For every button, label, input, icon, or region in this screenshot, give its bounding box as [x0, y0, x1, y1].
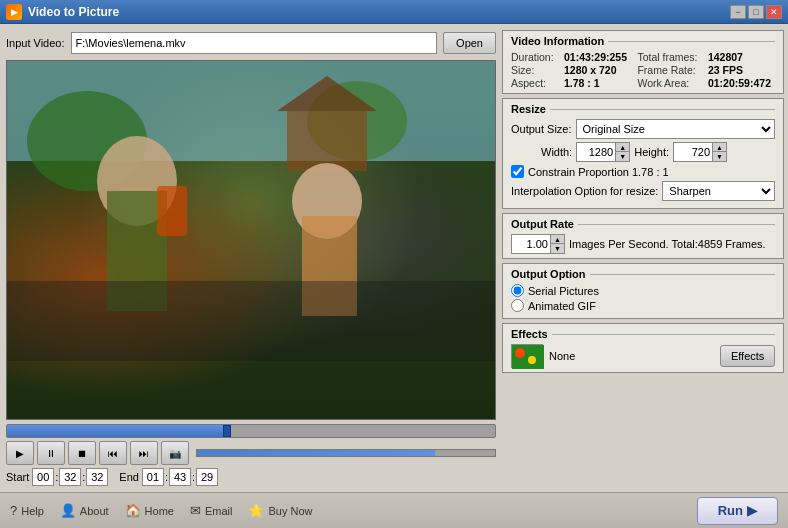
maximize-button[interactable]: □	[748, 5, 764, 19]
about-link[interactable]: 👤 About	[60, 503, 109, 518]
seek-bar[interactable]	[6, 424, 496, 438]
constrain-checkbox[interactable]	[511, 165, 524, 178]
email-icon: ✉	[190, 503, 201, 518]
start-label: Start	[6, 471, 29, 483]
output-size-row: Output Size: Original Size Custom 320x24…	[511, 119, 775, 139]
effects-button[interactable]: Effects	[720, 345, 775, 367]
video-info-box: Video Information Duration: 01:43:29:255…	[502, 30, 784, 94]
rate-up[interactable]: ▲	[550, 235, 564, 244]
end-minutes[interactable]	[169, 468, 191, 486]
height-label: Height:	[634, 146, 669, 158]
help-label: Help	[21, 505, 44, 517]
start-seconds[interactable]	[86, 468, 108, 486]
size-label: Size:	[511, 64, 558, 76]
pause-button[interactable]: ⏸	[37, 441, 65, 465]
close-button[interactable]: ✕	[766, 5, 782, 19]
output-rate-row: ▲ ▼ Images Per Second. Total:4859 Frames…	[511, 234, 775, 254]
svg-rect-3	[287, 111, 367, 171]
end-time-box: : :	[142, 468, 218, 486]
snapshot-button[interactable]: 📷	[161, 441, 189, 465]
effects-box: Effects None Effects	[502, 323, 784, 373]
home-icon: 🏠	[125, 503, 141, 518]
play-button[interactable]: ▶	[6, 441, 34, 465]
run-label: Run	[718, 503, 743, 518]
width-label: Width:	[541, 146, 572, 158]
output-option-title: Output Option	[511, 268, 586, 280]
width-spinner[interactable]: ▲ ▼	[576, 142, 630, 162]
svg-rect-11	[512, 345, 544, 369]
effect-name: None	[549, 350, 714, 362]
width-up[interactable]: ▲	[615, 143, 629, 152]
height-input[interactable]	[674, 143, 712, 161]
volume-bar[interactable]	[196, 449, 496, 457]
input-row: Input Video: Open	[6, 30, 496, 56]
output-size-label: Output Size:	[511, 123, 572, 135]
aspect-value: 1.78 : 1	[564, 77, 631, 89]
rate-spinner[interactable]: ▲ ▼	[511, 234, 565, 254]
interp-select[interactable]: Sharpen Bicubic Bilinear Nearest Neighbo…	[662, 181, 775, 201]
video-player	[6, 60, 496, 420]
left-panel: Input Video: Open	[6, 30, 496, 486]
main-content: Input Video: Open	[0, 24, 788, 492]
help-icon: ?	[10, 503, 17, 518]
app-icon: ▶	[6, 4, 22, 20]
playback-area: ▶ ⏸ ⏹ ⏮ ⏭ 📷 Start : :	[6, 424, 496, 486]
stop-button[interactable]: ⏹	[68, 441, 96, 465]
effects-title: Effects	[511, 328, 548, 340]
duration-label: Duration:	[511, 51, 558, 63]
output-size-select[interactable]: Original Size Custom 320x240 640x480 128…	[576, 119, 776, 139]
serial-radio[interactable]	[511, 284, 524, 297]
run-arrow-icon: ▶	[747, 503, 757, 518]
serial-row: Serial Pictures	[511, 284, 775, 297]
svg-point-13	[528, 356, 536, 364]
interp-row: Interpolation Option for resize: Sharpen…	[511, 181, 775, 201]
home-label: Home	[145, 505, 174, 517]
time-inputs: Start : : End : :	[6, 468, 496, 486]
width-down[interactable]: ▼	[615, 152, 629, 161]
rate-input[interactable]	[512, 235, 550, 253]
video-path-input[interactable]	[71, 32, 438, 54]
email-label: Email	[205, 505, 233, 517]
prev-button[interactable]: ⏮	[99, 441, 127, 465]
bottom-bar: ? Help 👤 About 🏠 Home ✉ Email ⭐ Buy Now …	[0, 492, 788, 528]
title-bar: ▶ Video to Picture − □ ✕	[0, 0, 788, 24]
end-hours[interactable]	[142, 468, 164, 486]
duration-value: 01:43:29:255	[564, 51, 631, 63]
effect-thumbnail	[511, 344, 543, 368]
open-button[interactable]: Open	[443, 32, 496, 54]
width-input[interactable]	[577, 143, 615, 161]
total-frames-label: Total frames:	[637, 51, 702, 63]
aspect-label: Aspect:	[511, 77, 558, 89]
run-button[interactable]: Run ▶	[697, 497, 778, 525]
svg-rect-10	[7, 281, 495, 361]
email-link[interactable]: ✉ Email	[190, 503, 233, 518]
end-seconds[interactable]	[196, 468, 218, 486]
end-label: End	[119, 471, 139, 483]
controls-row: ▶ ⏸ ⏹ ⏮ ⏭ 📷	[6, 441, 496, 465]
height-down[interactable]: ▼	[712, 152, 726, 161]
minimize-button[interactable]: −	[730, 5, 746, 19]
video-info-title: Video Information	[511, 35, 604, 47]
constrain-row: Constrain Proportion 1.78 : 1	[511, 165, 775, 178]
frame-rate-value: 23 FPS	[708, 64, 775, 76]
resize-title: Resize	[511, 103, 546, 115]
buy-now-link[interactable]: ⭐ Buy Now	[248, 503, 312, 518]
input-label: Input Video:	[6, 37, 65, 49]
dimensions-row: Width: ▲ ▼ Height: ▲ ▼	[511, 142, 775, 162]
rate-down[interactable]: ▼	[550, 244, 564, 253]
video-info-grid: Duration: 01:43:29:255 Total frames: 142…	[511, 51, 775, 89]
start-hours[interactable]	[32, 468, 54, 486]
right-panel: Video Information Duration: 01:43:29:255…	[502, 30, 784, 486]
output-rate-title: Output Rate	[511, 218, 574, 230]
height-up[interactable]: ▲	[712, 143, 726, 152]
work-area-value: 01:20:59:472	[708, 77, 775, 89]
height-spinner[interactable]: ▲ ▼	[673, 142, 727, 162]
help-link[interactable]: ? Help	[10, 503, 44, 518]
start-time-box: : :	[32, 468, 108, 486]
home-link[interactable]: 🏠 Home	[125, 503, 174, 518]
animated-radio[interactable]	[511, 299, 524, 312]
seek-bar-container	[6, 424, 496, 438]
total-frames-value: 142807	[708, 51, 775, 63]
start-minutes[interactable]	[59, 468, 81, 486]
next-button[interactable]: ⏭	[130, 441, 158, 465]
